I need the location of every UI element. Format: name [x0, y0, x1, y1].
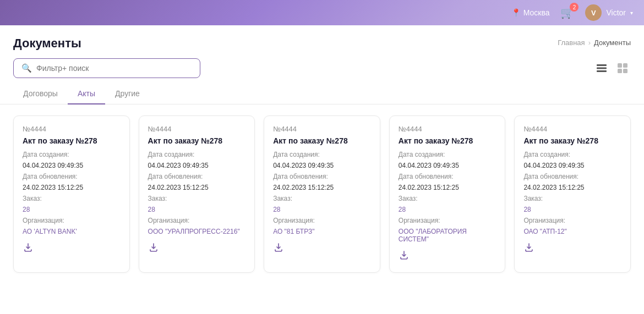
list-view-button[interactable]	[593, 60, 610, 76]
list-view-icon	[596, 62, 608, 74]
svg-rect-2	[597, 70, 607, 72]
view-toggle	[593, 60, 631, 76]
svg-rect-6	[623, 69, 627, 73]
card-order-label: Заказ:	[399, 195, 496, 202]
card-item: №4444 Акт по заказу №278 Дата создания: …	[13, 115, 130, 273]
card-created-label: Дата создания:	[399, 151, 496, 158]
breadcrumb: Главная › Документы	[558, 36, 631, 47]
cart-badge: 2	[570, 3, 578, 12]
download-icon[interactable]	[23, 242, 121, 256]
card-org-link[interactable]: ООО "УРАЛПРОГРЕСС-2216"	[148, 228, 246, 235]
card-order-link[interactable]: 28	[399, 206, 496, 213]
svg-rect-0	[597, 64, 607, 66]
user-menu[interactable]: V Victor ▾	[585, 4, 633, 21]
card-title: Акт по заказу №278	[23, 136, 121, 145]
page-header: Документы Главная › Документы	[0, 25, 644, 51]
tab-dogovory[interactable]: Договоры	[13, 84, 68, 104]
location-display[interactable]: 📍 Москва	[511, 8, 550, 17]
cart-button[interactable]: 🛒 2	[560, 6, 574, 19]
search-icon: 🔍	[21, 63, 32, 73]
card-number: №4444	[523, 125, 621, 133]
card-org-label: Организация:	[273, 217, 371, 224]
search-row: 🔍	[0, 51, 644, 84]
card-order-label: Заказ:	[273, 195, 371, 202]
card-item: №4444 Акт по заказу №278 Дата создания: …	[264, 115, 380, 273]
cards-grid: №4444 Акт по заказу №278 Дата создания: …	[13, 115, 631, 273]
breadcrumb-current: Документы	[594, 38, 631, 47]
card-title: Акт по заказу №278	[273, 136, 371, 145]
card-item: №4444 Акт по заказу №278 Дата создания: …	[389, 115, 506, 273]
card-updated-label: Дата обновления:	[399, 173, 496, 180]
card-created-label: Дата создания:	[23, 151, 121, 158]
card-order-link[interactable]: 28	[273, 206, 371, 213]
card-updated-label: Дата обновления:	[148, 173, 246, 180]
card-order-link[interactable]: 28	[523, 206, 621, 213]
card-org-label: Организация:	[523, 217, 621, 224]
card-order-link[interactable]: 28	[148, 206, 246, 213]
card-order-label: Заказ:	[148, 195, 246, 202]
breadcrumb-separator: ›	[588, 38, 591, 47]
card-created-value: 04.04.2023 09:49:35	[273, 162, 371, 169]
tabs-row: Договоры Акты Другие	[0, 84, 644, 104]
card-org-link[interactable]: ООО "ЛАБОРАТОРИЯ СИСТЕМ"	[399, 228, 496, 243]
page-title: Документы	[13, 36, 81, 51]
card-order-label: Заказ:	[23, 195, 121, 202]
search-container: 🔍	[13, 58, 200, 78]
card-org-label: Организация:	[148, 217, 246, 224]
card-org-link[interactable]: АО "81 БТРЗ"	[273, 228, 371, 235]
card-created-value: 04.04.2023 09:49:35	[23, 162, 121, 169]
card-created-value: 04.04.2023 09:49:35	[148, 162, 246, 169]
card-order-link[interactable]: 28	[23, 206, 121, 213]
cards-section: №4444 Акт по заказу №278 Дата создания: …	[0, 104, 644, 284]
avatar: V	[585, 4, 602, 21]
breadcrumb-home[interactable]: Главная	[558, 38, 585, 47]
avatar-initials: V	[591, 9, 596, 17]
card-updated-value: 24.02.2023 15:12:25	[523, 184, 621, 191]
card-created-label: Дата создания:	[273, 151, 371, 158]
card-number: №4444	[399, 125, 496, 133]
location-pin-icon: 📍	[511, 8, 521, 17]
card-created-value: 04.04.2023 09:49:35	[523, 162, 621, 169]
topnav: 📍 Москва 🛒 2 V Victor ▾	[0, 0, 644, 25]
download-icon[interactable]	[523, 242, 621, 256]
card-updated-label: Дата обновления:	[523, 173, 621, 180]
card-item: №4444 Акт по заказу №278 Дата создания: …	[139, 115, 255, 273]
card-order-label: Заказ:	[523, 195, 621, 202]
card-created-label: Дата создания:	[148, 151, 246, 158]
grid-view-button[interactable]	[614, 60, 631, 76]
card-org-link[interactable]: АО 'ALTYN BANK'	[23, 228, 121, 235]
card-item: №4444 Акт по заказу №278 Дата создания: …	[514, 115, 631, 273]
card-updated-value: 24.02.2023 15:12:25	[399, 184, 496, 191]
card-updated-value: 24.02.2023 15:12:25	[273, 184, 371, 191]
download-icon[interactable]	[148, 242, 246, 256]
grid-view-icon	[616, 62, 629, 74]
card-org-label: Организация:	[399, 217, 496, 224]
card-title: Акт по заказу №278	[148, 136, 246, 145]
tab-akty[interactable]: Акты	[68, 84, 105, 104]
card-number: №4444	[273, 125, 371, 133]
svg-rect-3	[618, 63, 622, 68]
user-name: Victor	[606, 8, 626, 17]
main-content: Документы Главная › Документы 🔍	[0, 25, 644, 314]
svg-rect-4	[623, 63, 627, 68]
search-input[interactable]	[36, 64, 192, 73]
card-number: №4444	[23, 125, 121, 133]
svg-rect-5	[618, 69, 622, 73]
card-title: Акт по заказу №278	[523, 136, 621, 145]
card-updated-value: 24.02.2023 15:12:25	[148, 184, 246, 191]
card-title: Акт по заказу №278	[399, 136, 496, 145]
download-icon[interactable]	[399, 250, 496, 263]
card-number: №4444	[148, 125, 246, 133]
svg-rect-1	[597, 68, 607, 69]
card-updated-label: Дата обновления:	[23, 173, 121, 180]
location-text: Москва	[523, 8, 550, 17]
card-org-link[interactable]: ОАО "АТП-12"	[523, 228, 621, 235]
card-updated-value: 24.02.2023 15:12:25	[23, 184, 121, 191]
card-created-label: Дата создания:	[523, 151, 621, 158]
card-created-value: 04.04.2023 09:49:35	[399, 162, 496, 169]
chevron-down-icon: ▾	[630, 10, 633, 16]
card-updated-label: Дата обновления:	[273, 173, 371, 180]
download-icon[interactable]	[273, 242, 371, 256]
card-org-label: Организация:	[23, 217, 121, 224]
tab-drugie[interactable]: Другие	[105, 84, 150, 104]
